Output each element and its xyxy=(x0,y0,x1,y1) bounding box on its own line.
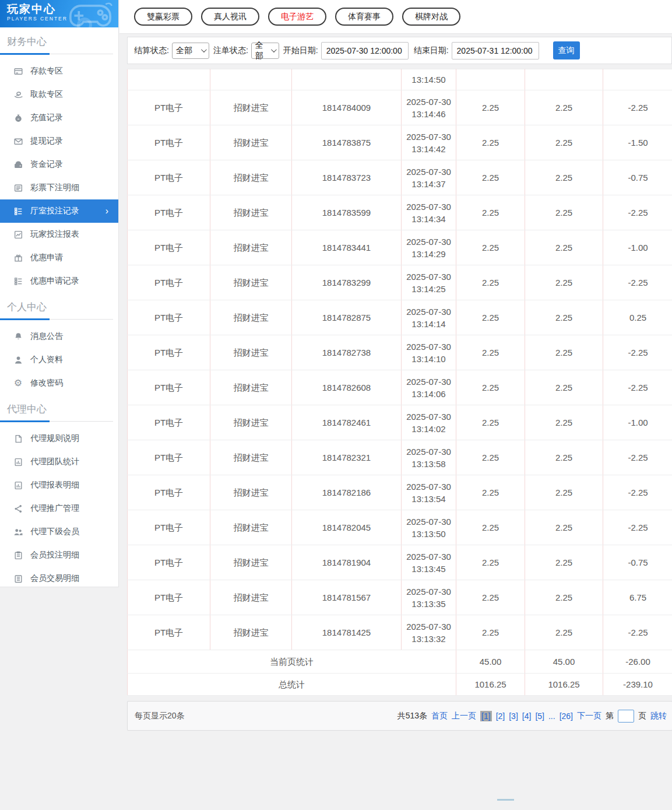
table-row: PT电子招财进宝18147826082025-07-3013:14:062.25… xyxy=(128,370,672,405)
org-list-icon xyxy=(13,276,23,286)
table-row: PT电子招财进宝18147835992025-07-3013:14:342.25… xyxy=(128,195,672,230)
cell-platform: PT电子 xyxy=(128,90,210,125)
cell-platform: PT电子 xyxy=(128,440,210,475)
sidebar-item-recharge-record[interactable]: 充值记录 xyxy=(0,106,118,129)
cell-result: -2.25 xyxy=(603,615,672,650)
cell-platform: PT电子 xyxy=(128,265,210,300)
cell-time: 2025-07-3013:14:29 xyxy=(402,230,456,265)
sidebar-item-label: 代理推广管理 xyxy=(30,503,79,514)
cell-result: -2.25 xyxy=(603,475,672,510)
clipboard-lines-icon xyxy=(13,573,23,584)
sidebar-item-profile[interactable]: 个人资料 xyxy=(0,348,118,371)
tab-board-games[interactable]: 棋牌对战 xyxy=(402,8,460,26)
tab-sports[interactable]: 体育赛事 xyxy=(335,8,393,26)
cell-order: 1814782321 xyxy=(292,440,402,475)
query-button[interactable]: 查询 xyxy=(553,41,580,59)
chevron-down-icon xyxy=(201,47,207,52)
table-row: PT电子招财进宝18147821862025-07-3013:13:542.25… xyxy=(128,475,672,510)
cell-valid: 2.25 xyxy=(525,195,603,230)
cell-platform: PT电子 xyxy=(128,545,210,580)
page-link-3[interactable]: [3] xyxy=(509,711,518,721)
sidebar-item-funds-record[interactable]: 资金记录 xyxy=(0,153,118,176)
cell-time: 2025-07-3013:14:37 xyxy=(402,160,456,195)
page-link-26[interactable]: [26] xyxy=(560,711,573,721)
chart-icon xyxy=(13,229,23,240)
cell-platform xyxy=(128,69,210,90)
cell-bet: 2.25 xyxy=(456,440,525,475)
cell-bet: 2.25 xyxy=(456,230,525,265)
page-link-2[interactable]: [2] xyxy=(496,711,505,721)
sidebar-item-label: 优惠申请 xyxy=(30,253,63,263)
prev-page-link[interactable]: 上一页 xyxy=(452,711,476,721)
cell-platform: PT电子 xyxy=(128,475,210,510)
start-date-input[interactable] xyxy=(321,42,409,59)
cell-bet: 2.25 xyxy=(456,510,525,545)
cell-valid: 2.25 xyxy=(525,230,603,265)
sidebar-item-agent-sub-members[interactable]: 代理下级会员 xyxy=(0,520,118,543)
sidebar-item-label: 提现记录 xyxy=(30,136,63,146)
chart-doc-icon xyxy=(13,457,23,467)
cell-time: 2025-07-3013:14:14 xyxy=(402,300,456,335)
sidebar-item-member-trade-detail[interactable]: 会员交易明细 xyxy=(0,567,118,590)
next-page-link[interactable]: 下一页 xyxy=(577,711,601,721)
cell-valid: 2.25 xyxy=(525,545,603,580)
table-row: PT电子招财进宝18147837232025-07-3013:14:372.25… xyxy=(128,160,672,195)
page-link-4[interactable]: [4] xyxy=(522,711,532,721)
cell-result: -0.75 xyxy=(603,545,672,580)
page-link-1[interactable]: [1] xyxy=(480,711,492,721)
main-area: 雙赢彩票真人视讯电子游艺体育赛事棋牌对战 结算状态: 全部 注单状态: 全部 开… xyxy=(119,0,672,731)
cell-valid: 2.25 xyxy=(525,615,603,650)
sidebar-item-withdraw[interactable]: 取款专区 xyxy=(0,83,118,106)
sidebar-item-promo-apply-record[interactable]: 优惠申请记录 xyxy=(0,269,118,293)
cell-valid xyxy=(525,69,603,90)
cell-game: 招财进宝 xyxy=(210,90,292,125)
sidebar-item-change-password[interactable]: ⚙修改密码 xyxy=(0,371,118,395)
end-date-label: 结束日期: xyxy=(414,45,449,56)
summary-result: -239.10 xyxy=(603,674,672,696)
cell-time: 13:14:50 xyxy=(402,69,456,90)
sidebar-item-member-bet-detail[interactable]: 会员投注明细 xyxy=(0,543,118,567)
jump-button[interactable]: 跳转 xyxy=(650,711,667,721)
cell-bet: 2.25 xyxy=(456,90,525,125)
sidebar-item-lottery-bet-detail[interactable]: 彩票下注明细 xyxy=(0,176,118,199)
sidebar-item-agent-team-stats[interactable]: 代理团队统计 xyxy=(0,450,118,474)
sidebar-item-player-bet-report[interactable]: 玩家投注报表 xyxy=(0,223,118,246)
jump-page-input[interactable] xyxy=(618,710,634,723)
cell-game: 招财进宝 xyxy=(210,510,292,545)
cell-order: 1814782186 xyxy=(292,475,402,510)
sidebar-item-agent-rules[interactable]: 代理规则说明 xyxy=(0,427,118,450)
end-date-input[interactable] xyxy=(452,42,539,59)
cell-result: -1.00 xyxy=(603,405,672,440)
sidebar-section: 个人中心消息公告个人资料⚙修改密码 xyxy=(0,300,118,395)
jump-suffix: 页 xyxy=(638,711,646,721)
sidebar-item-withdrawal-record[interactable]: 提现记录 xyxy=(0,129,118,153)
sidebar-item-promo-apply[interactable]: 优惠申请 xyxy=(0,246,118,269)
cell-game: 招财进宝 xyxy=(210,160,292,195)
sidebar-item-agent-report-detail[interactable]: 代理报表明细 xyxy=(0,474,118,497)
brand-header: 玩家中心 PLAYERS CENTER xyxy=(0,0,118,27)
sidebar-item-hall-bet-record[interactable]: 厅室投注记录› xyxy=(0,199,118,223)
tab-live-video[interactable]: 真人视讯 xyxy=(201,8,259,26)
cell-order: 1814782045 xyxy=(292,510,402,545)
sidebar-item-messages[interactable]: 消息公告 xyxy=(0,325,118,348)
start-date-label: 开始日期: xyxy=(283,45,318,56)
tab-e-games[interactable]: 电子游艺 xyxy=(268,8,326,26)
cell-order: 1814783875 xyxy=(292,125,402,160)
doc-icon xyxy=(13,433,23,444)
settle-status-select[interactable]: 全部 xyxy=(172,43,209,59)
order-status-select[interactable]: 全部 xyxy=(251,43,279,59)
cell-result xyxy=(603,69,672,90)
table-row: PT电子招财进宝18147815672025-07-3013:13:352.25… xyxy=(128,580,672,615)
list-icon xyxy=(13,183,23,193)
sidebar-item-label: 会员交易明细 xyxy=(30,573,79,584)
cell-bet: 2.25 xyxy=(456,160,525,195)
cell-result: -2.25 xyxy=(603,195,672,230)
sidebar-item-agent-promo-mgmt[interactable]: 代理推广管理 xyxy=(0,497,118,520)
page-link-5[interactable]: [5] xyxy=(535,711,544,721)
sidebar-item-deposit[interactable]: 存款专区 xyxy=(0,59,118,83)
sidebar-item-label: 资金记录 xyxy=(30,159,63,170)
first-page-link[interactable]: 首页 xyxy=(431,711,448,721)
tab-lottery[interactable]: 雙赢彩票 xyxy=(134,8,192,26)
section-underline xyxy=(0,54,113,54)
cell-bet: 2.25 xyxy=(456,300,525,335)
